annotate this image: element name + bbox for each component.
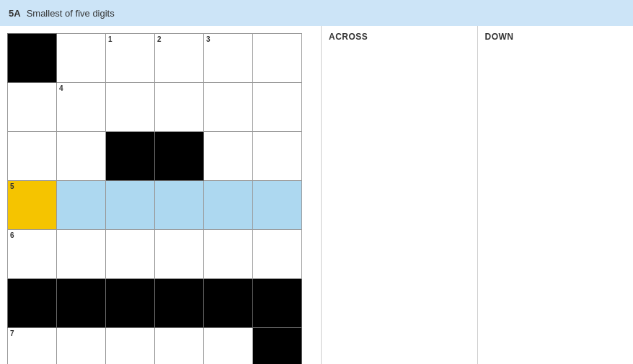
cell-4-5[interactable] (253, 230, 302, 279)
clue-header: 5A Smallest of five digits (0, 0, 633, 26)
cell-4-2[interactable] (106, 230, 155, 279)
cell-1-4[interactable] (204, 83, 253, 132)
cell-5-4[interactable] (204, 279, 253, 328)
cell-3-3[interactable] (155, 181, 204, 230)
cell-number-2: 2 (157, 35, 161, 43)
down-title: DOWN (478, 26, 634, 45)
cell-2-2[interactable] (106, 132, 155, 181)
cell-1-0[interactable] (8, 83, 57, 132)
cell-1-2[interactable] (106, 83, 155, 132)
cell-number-4: 4 (59, 84, 63, 92)
cell-5-3[interactable] (155, 279, 204, 328)
cell-2-1[interactable] (57, 132, 106, 181)
cell-0-0[interactable] (8, 34, 57, 83)
cell-4-3[interactable] (155, 230, 204, 279)
cell-3-1[interactable] (57, 181, 106, 230)
cell-6-3[interactable] (155, 328, 204, 365)
cell-1-1[interactable]: 4 (57, 83, 106, 132)
header-clue-text: Smallest of five digits (27, 8, 115, 19)
main-content: 1234567 ACROSS DOWN (0, 26, 633, 364)
cell-5-2[interactable] (106, 279, 155, 328)
cell-0-4[interactable]: 3 (204, 34, 253, 83)
cell-3-4[interactable] (204, 181, 253, 230)
down-scroll[interactable] (478, 45, 634, 364)
cell-number-1: 1 (108, 35, 112, 43)
cell-0-3[interactable]: 2 (155, 34, 204, 83)
cell-4-0[interactable]: 6 (8, 230, 57, 279)
cell-2-5[interactable] (253, 132, 302, 181)
cell-number-3: 3 (206, 35, 211, 43)
clues-area: ACROSS DOWN (321, 26, 633, 364)
crossword-grid: 1234567 (7, 33, 302, 364)
grid-area: 1234567 (0, 26, 321, 364)
cell-1-5[interactable] (253, 83, 302, 132)
across-scroll[interactable] (322, 45, 477, 364)
cell-4-4[interactable] (204, 230, 253, 279)
cell-0-5[interactable] (253, 34, 302, 83)
across-panel: ACROSS (321, 26, 477, 364)
header-clue-number: 5A (9, 8, 21, 19)
cell-6-5[interactable] (253, 328, 302, 365)
cell-number-7: 7 (10, 329, 14, 337)
across-title: ACROSS (322, 26, 477, 45)
cell-6-4[interactable] (204, 328, 253, 365)
cell-2-0[interactable] (8, 132, 57, 181)
cell-3-0[interactable]: 5 (8, 181, 57, 230)
cell-4-1[interactable] (57, 230, 106, 279)
cell-number-5: 5 (10, 182, 14, 190)
down-panel: DOWN (477, 26, 634, 364)
cell-6-0[interactable]: 7 (8, 328, 57, 365)
cell-5-1[interactable] (57, 279, 106, 328)
cell-0-1[interactable] (57, 34, 106, 83)
cell-6-1[interactable] (57, 328, 106, 365)
cell-2-3[interactable] (155, 132, 204, 181)
cell-number-6: 6 (10, 231, 14, 239)
cell-3-5[interactable] (253, 181, 302, 230)
cell-6-2[interactable] (106, 328, 155, 365)
cell-0-2[interactable]: 1 (106, 34, 155, 83)
cell-1-3[interactable] (155, 83, 204, 132)
cell-2-4[interactable] (204, 132, 253, 181)
cell-5-0[interactable] (8, 279, 57, 328)
cell-3-2[interactable] (106, 181, 155, 230)
cell-5-5[interactable] (253, 279, 302, 328)
